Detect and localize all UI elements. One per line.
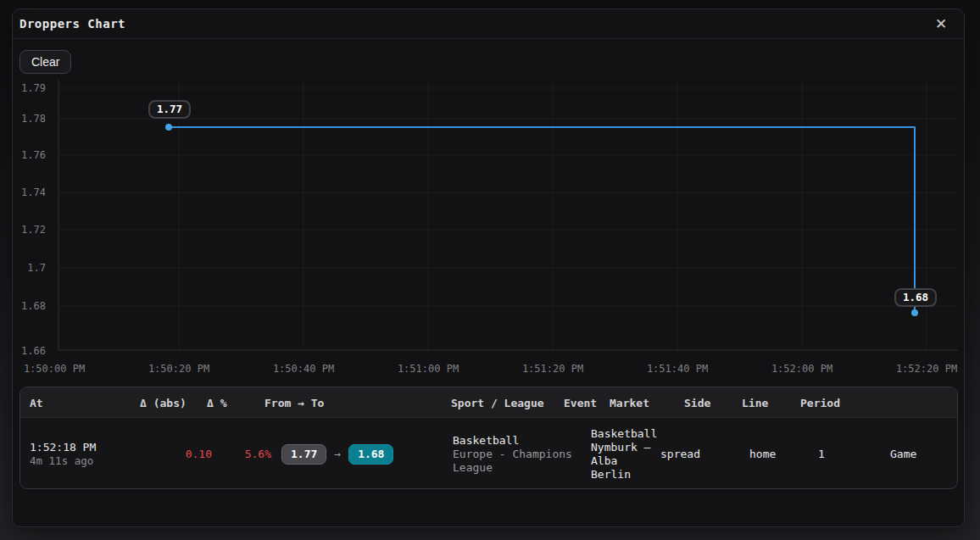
y-tick-label: 1.7 [13,262,46,274]
x-tick-label: 1:51:00 PM [387,363,469,375]
table-row[interactable]: 1:52:18 PM 4m 11s ago 0.10 5.6% 1.77 → 1… [20,418,957,489]
point-value-pill: 1.77 [148,100,191,119]
cell-market: spread [660,448,700,461]
chart-axes [58,80,958,350]
clear-button-label: Clear [31,55,59,69]
y-tick-label: 1.68 [13,300,46,312]
point-value-pill: 1.68 [894,288,937,307]
col-header-sport-league: Sport / League [451,396,544,409]
start-point-marker [165,124,172,131]
col-header-delta-abs: Δ (abs) [140,396,187,409]
close-button[interactable]: ✕ [930,13,952,35]
clear-button[interactable]: Clear [19,50,71,74]
y-tick-label: 1.76 [13,149,46,161]
cell-delta-pct: 5.6% [207,448,271,461]
drops-table: At Δ (abs) Δ % From → To Sport / League … [19,387,958,489]
y-tick-label: 1.79 [13,82,46,94]
col-header-period: Period [800,396,840,409]
arrow-right-icon: → [334,448,341,461]
cell-from-to: 1.77 → 1.68 [281,444,393,465]
x-tick-label: 1:50:20 PM [138,363,220,375]
x-tick-label: 1:50:00 PM [14,363,95,375]
col-header-side: Side [684,396,710,409]
odds-line-series [169,127,915,313]
col-header-from-to: From → To [264,396,324,409]
cell-period: Game [890,448,916,461]
chart-gridlines [58,80,958,350]
drop-time-ago: 4m 11s ago [30,454,96,468]
from-odds-badge: 1.77 [281,444,326,465]
cell-event: Basketball Nymburk — Alba Berlin [591,427,659,482]
x-tick-label: 1:51:20 PM [512,363,593,375]
cell-side: home [749,448,776,461]
to-odds-badge: 1.68 [348,444,393,465]
col-header-market: Market [610,396,649,409]
col-header-line: Line [742,396,768,409]
modal-header: Droppers Chart ✕ [13,9,964,39]
drop-time: 1:52:18 PM [30,441,96,454]
droppers-chart-modal: Droppers Chart ✕ Clear 1.79 [12,8,965,527]
league-name: Europe - Champions League [453,448,576,475]
x-tick-label: 1:51:40 PM [637,363,718,375]
table-header-row: At Δ (abs) Δ % From → To Sport / League … [20,387,957,418]
y-tick-label: 1.78 [13,113,46,125]
cell-delta-abs: 0.10 [139,448,212,461]
col-header-at: At [30,396,43,409]
x-tick-label: 1:52:20 PM [886,363,967,375]
x-tick-label: 1:52:00 PM [761,363,843,375]
modal-title: Droppers Chart [19,17,125,31]
close-icon: ✕ [935,15,947,32]
sport-name: Basketball [453,434,580,448]
cell-sport-league: Basketball Europe - Champions League [453,434,580,475]
cell-at: 1:52:18 PM 4m 11s ago [30,441,96,468]
col-header-event: Event [564,396,597,409]
y-tick-label: 1.74 [13,186,46,198]
col-header-delta-pct: Δ % [207,396,226,409]
y-tick-label: 1.72 [13,224,46,236]
y-tick-label: 1.66 [13,345,46,357]
cell-line: 1 [818,448,825,461]
x-tick-label: 1:50:40 PM [263,363,344,375]
end-point-marker [911,309,918,316]
